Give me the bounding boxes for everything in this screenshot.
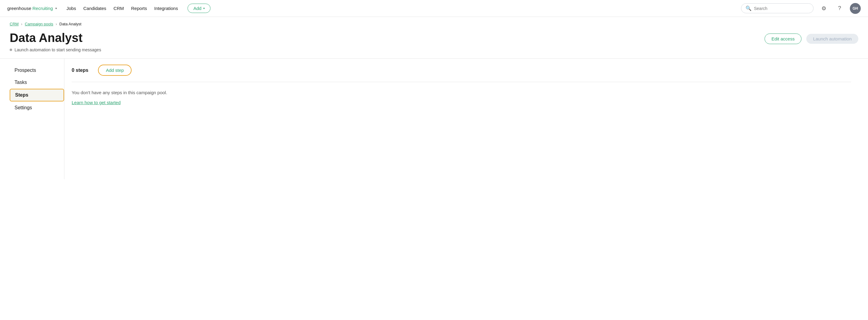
nav-links: Jobs Candidates CRM Reports Integrations xyxy=(66,6,178,11)
avatar[interactable]: GH xyxy=(850,3,861,14)
nav-integrations[interactable]: Integrations xyxy=(154,6,178,11)
logo-recruiting: Recruiting xyxy=(32,6,53,11)
navbar: greenhouse Recruiting ▾ Jobs Candidates … xyxy=(0,0,868,17)
launch-automation-button[interactable]: Launch automation xyxy=(806,34,858,44)
content-area: 0 steps Add step You don't have any step… xyxy=(64,59,858,179)
page-title: Data Analyst xyxy=(10,31,101,44)
breadcrumb-current: Data Analyst xyxy=(59,22,81,26)
nav-candidates[interactable]: Candidates xyxy=(83,6,106,11)
nav-reports[interactable]: Reports xyxy=(131,6,147,11)
chevron-down-icon: ▾ xyxy=(203,7,205,10)
nav-crm[interactable]: CRM xyxy=(114,6,124,11)
page-header: Data Analyst Launch automation to start … xyxy=(0,29,868,52)
sidebar: Prospects Tasks Steps Settings xyxy=(10,59,64,179)
logo-greenhouse: greenhouse xyxy=(7,6,31,11)
subtitle-text: Launch automation to start sending messa… xyxy=(14,47,101,52)
search-input[interactable] xyxy=(754,6,809,11)
search-box[interactable]: 🔍 xyxy=(741,3,813,13)
steps-count: 0 steps xyxy=(72,68,88,73)
sidebar-item-settings[interactable]: Settings xyxy=(10,102,64,113)
nav-right: 🔍 ⚙ ? GH xyxy=(741,3,861,14)
logo[interactable]: greenhouse Recruiting ▾ xyxy=(7,6,57,11)
learn-link[interactable]: Learn how to get started xyxy=(72,100,121,105)
gear-icon: ⚙ xyxy=(822,5,826,12)
empty-state: You don't have any steps in this campaig… xyxy=(72,88,851,106)
add-step-button[interactable]: Add step xyxy=(98,65,131,76)
status-dot-icon xyxy=(10,48,12,51)
chevron-down-icon: ▾ xyxy=(55,7,57,10)
search-icon: 🔍 xyxy=(745,5,751,11)
sidebar-item-steps[interactable]: Steps xyxy=(10,89,64,101)
nav-jobs[interactable]: Jobs xyxy=(66,6,76,11)
breadcrumb: CRM › Campaign pools › Data Analyst xyxy=(0,17,868,29)
add-label: Add xyxy=(193,6,202,11)
breadcrumb-campaign-pools[interactable]: Campaign pools xyxy=(25,22,53,26)
steps-header: 0 steps Add step xyxy=(72,65,851,76)
empty-state-text: You don't have any steps in this campaig… xyxy=(72,90,851,96)
main-content: Prospects Tasks Steps Settings 0 steps A… xyxy=(0,59,868,179)
page-actions: Edit access Launch automation xyxy=(765,34,858,44)
help-button[interactable]: ? xyxy=(834,3,845,14)
settings-button[interactable]: ⚙ xyxy=(818,3,829,14)
add-button[interactable]: Add ▾ xyxy=(187,4,211,13)
breadcrumb-crm[interactable]: CRM xyxy=(10,22,19,26)
page-title-block: Data Analyst Launch automation to start … xyxy=(10,31,101,52)
help-icon: ? xyxy=(838,5,841,11)
breadcrumb-sep-1: › xyxy=(21,22,22,26)
steps-divider xyxy=(72,82,851,82)
sidebar-item-tasks[interactable]: Tasks xyxy=(10,77,64,88)
edit-access-button[interactable]: Edit access xyxy=(765,34,802,44)
page-subtitle: Launch automation to start sending messa… xyxy=(10,47,101,52)
sidebar-item-prospects[interactable]: Prospects xyxy=(10,65,64,76)
breadcrumb-sep-2: › xyxy=(56,22,57,26)
